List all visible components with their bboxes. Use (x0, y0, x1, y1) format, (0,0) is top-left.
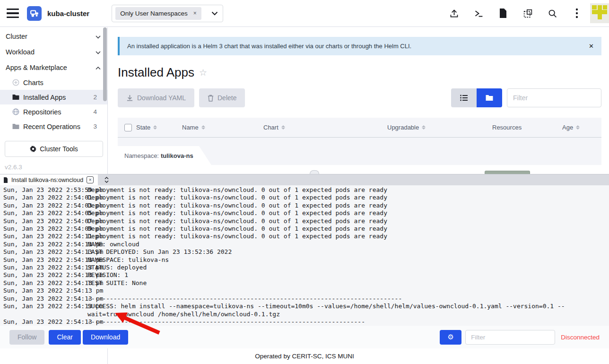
log-line: Sun, Jan 23 2022 2:54:13 pm ------------… (3, 318, 609, 326)
clear-button[interactable]: Clear (49, 330, 80, 345)
download-yaml-button[interactable]: Download YAML (118, 88, 194, 107)
namespace-filter-value: Only User Namespaces (120, 10, 188, 17)
cluster-tools-button[interactable]: Cluster Tools (5, 141, 103, 157)
cluster-name: kuba-cluster (47, 9, 89, 17)
log-line: Sun, Jan 23 2022 2:54:07 pm Deployment i… (3, 217, 609, 225)
namespace-filter[interactable]: Only User Namespaces × (112, 5, 223, 22)
kebab-menu-button[interactable] (572, 8, 582, 18)
log-line-time: Sun, Jan 23 2022 2:54:03 pm (3, 202, 87, 209)
folder-icon (12, 123, 19, 130)
sidebar-item-recent-operations[interactable]: Recent Operations 3 (0, 119, 107, 134)
log-line-message (87, 287, 609, 295)
sidebar-group-cluster[interactable]: Cluster (0, 28, 107, 44)
column-header-name[interactable]: Name (182, 124, 263, 131)
sidebar-scrollbar[interactable] (103, 27, 107, 101)
upload-button[interactable] (449, 8, 459, 18)
chevron-down-icon (96, 33, 101, 40)
log-body[interactable]: Sun, Jan 23 2022 2:53:59 pm Deployment i… (0, 185, 609, 326)
sidebar-item-charts[interactable]: Charts (0, 75, 107, 90)
download-button[interactable]: Download (83, 330, 128, 345)
rancher-version: v2.6.3 (5, 164, 107, 171)
folder-view-icon (486, 95, 493, 101)
log-tab-title: Install tulikova-ns:owncloud (11, 177, 83, 183)
table-toolbar: Download YAML Delete (118, 88, 601, 107)
log-tab-install-owncloud[interactable]: Install tulikova-ns:owncloud × (0, 174, 98, 185)
log-filter-input[interactable] (465, 330, 555, 345)
sort-icon (281, 125, 285, 130)
search-button[interactable] (547, 8, 557, 18)
globe-icon (12, 108, 19, 115)
log-line: Sun, Jan 23 2022 2:53:59 pm Deployment i… (3, 186, 609, 194)
sidebar-group-apps-marketplace[interactable]: Apps & Marketplace (0, 60, 107, 75)
namespace-group-label: Namespace: (124, 152, 159, 159)
log-actions-bar: Follow Clear Download ⚙ Disconnected (0, 326, 609, 348)
banner-close-icon[interactable]: ✕ (589, 43, 594, 50)
follow-button[interactable]: Follow (9, 330, 44, 345)
table-filter-input[interactable] (507, 88, 601, 107)
menu-icon[interactable] (7, 9, 19, 18)
connection-status: Disconnected (561, 334, 600, 341)
delete-button[interactable]: Delete (199, 88, 245, 107)
page-title-row: Installed Apps ☆ (118, 65, 609, 80)
log-line-message: Deployment is not ready: tulikova-ns/own… (87, 194, 609, 201)
column-header-age[interactable]: Age (562, 124, 601, 131)
favorite-star-icon[interactable]: ☆ (199, 67, 207, 78)
installed-apps-table: State Name Chart Upgradable Resources (118, 118, 601, 175)
page-footer-text: Operated by CERIT-SC, ICS MUNI (255, 353, 354, 360)
log-line-time: Sun, Jan 23 2022 2:54:09 pm (3, 225, 87, 233)
log-line-message: LAST DEPLOYED: Sun Jan 23 13:52:36 2022 (87, 248, 609, 256)
file-icon (3, 177, 8, 183)
app-window: kuba-cluster Only User Namespaces × (0, 0, 609, 364)
log-settings-button[interactable]: ⚙ (440, 330, 461, 345)
select-all-checkbox[interactable] (124, 124, 132, 131)
log-line-message: Deployment is not ready: tulikova-ns/own… (87, 225, 609, 233)
rancher-logo[interactable] (27, 6, 42, 21)
sidebar-item-count: 4 (93, 108, 97, 115)
group-by-namespace-toggle[interactable] (477, 88, 502, 107)
state-badge-clipped (485, 171, 530, 174)
kubectl-shell-button[interactable] (473, 8, 484, 18)
panel-resize-handle[interactable] (310, 170, 319, 174)
list-view-toggle[interactable] (451, 88, 477, 107)
panel-expand-icon[interactable] (98, 174, 109, 185)
log-line: Sun, Jan 23 2022 2:54:09 pm Deployment i… (3, 225, 609, 233)
column-header-chart[interactable]: Chart (263, 124, 387, 131)
gear-icon: ⚙ (447, 333, 453, 341)
log-line: Sun, Jan 23 2022 2:54:05 pm Deployment i… (3, 209, 609, 217)
column-header-state[interactable]: State (136, 124, 182, 131)
log-line: Sun, Jan 23 2022 2:54:13 pm NAMESPACE: t… (3, 256, 609, 264)
sort-icon (201, 125, 205, 130)
log-tab-bar: Install tulikova-ns:owncloud × (0, 174, 609, 185)
log-line-time: Sun, Jan 23 2022 2:54:13 pm (3, 287, 87, 295)
info-banner: An installed application is a Helm 3 cha… (118, 37, 601, 55)
chevron-down-icon[interactable] (211, 9, 218, 17)
sidebar-item-installed-apps[interactable]: Installed Apps 2 (0, 90, 107, 104)
namespace-filter-chip[interactable]: Only User Namespaces × (115, 7, 201, 20)
top-bar: kuba-cluster Only User Namespaces × (0, 0, 609, 27)
log-line: Sun, Jan 23 2022 2:54:13 pm SUCCESS: hel… (3, 303, 609, 318)
copy-kubeconfig-button[interactable] (522, 8, 533, 18)
sidebar-item-label: Installed Apps (23, 94, 66, 101)
log-line: Sun, Jan 23 2022 2:54:13 pm (3, 287, 609, 295)
kebab-menu-icon (575, 8, 578, 18)
log-line-message: NAME: owncloud (87, 241, 609, 248)
log-line-time: Sun, Jan 23 2022 2:54:13 pm (3, 295, 87, 303)
namespace-chip-remove-icon[interactable]: × (193, 10, 197, 17)
log-line-message: SUCCESS: helm install --namespace=tuliko… (87, 303, 609, 318)
trash-icon (208, 95, 214, 102)
log-line-time: Sun, Jan 23 2022 2:54:13 pm (3, 318, 87, 326)
table-header-row: State Name Chart Upgradable Resources (118, 118, 601, 138)
column-header-upgradable[interactable]: Upgradable (387, 124, 492, 131)
org-logo[interactable] (590, 3, 609, 23)
log-tab-close-icon[interactable]: × (87, 176, 94, 183)
upload-icon (449, 9, 459, 18)
log-line-time: Sun, Jan 23 2022 2:54:13 pm (3, 256, 87, 264)
sidebar-item-repositories[interactable]: Repositories 4 (0, 104, 107, 119)
sort-icon (422, 125, 426, 130)
rancher-logo-icon (29, 8, 40, 18)
log-line-message: Deployment is not ready: tulikova-ns/own… (87, 217, 609, 225)
sidebar-group-workload[interactable]: Workload (0, 44, 107, 60)
kubeconfig-file-button[interactable] (498, 8, 508, 18)
column-header-resources[interactable]: Resources (492, 124, 562, 131)
log-line: Sun, Jan 23 2022 2:54:13 pm TEST SUITE: … (3, 279, 609, 287)
